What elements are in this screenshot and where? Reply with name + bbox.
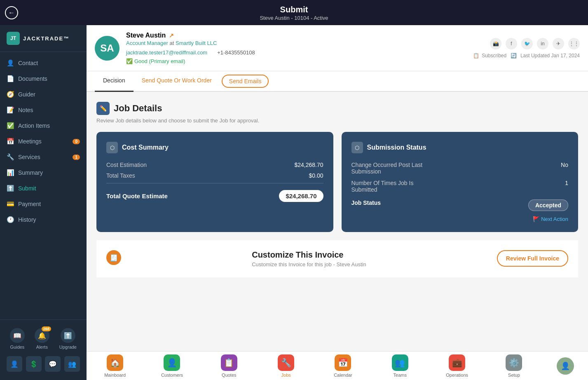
tab-send-emails[interactable]: Send Emails: [222, 75, 269, 88]
sidebar-item-documents[interactable]: 📄 Documents: [0, 71, 87, 87]
hex-icon-person[interactable]: 👤: [7, 356, 22, 372]
instagram-icon[interactable]: 📸: [490, 38, 501, 49]
contact-meta: 📋 Subscribed 🔄 Last Updated Jan 17, 2024: [473, 53, 580, 59]
operations-label: Operations: [446, 373, 468, 378]
alerts-badge: 268: [42, 326, 51, 331]
nav-customers[interactable]: 👤 Customers: [157, 354, 186, 378]
section-title: Job Details: [114, 103, 162, 114]
redirect-icon[interactable]: ↗: [169, 32, 174, 39]
sidebar-item-payment[interactable]: 💳 Payment: [0, 196, 87, 212]
sidebar-hex-icons: 👤 💲 💬 👥: [0, 353, 87, 375]
meetings-badge: 0: [73, 139, 80, 144]
next-action-link[interactable]: 🚩 Next Action: [351, 216, 569, 222]
logo-icon: JT: [7, 32, 20, 45]
sidebar-label-guider: Guider: [18, 91, 35, 98]
section-subtitle: Review Job details below and choose to s…: [96, 117, 578, 124]
hex-icon-group[interactable]: 👥: [64, 356, 80, 372]
alerts-button[interactable]: 🔔 268 Alerts: [35, 328, 49, 350]
hex-icon-dollar[interactable]: 💲: [26, 356, 42, 372]
sidebar-item-services[interactable]: 🔧 Services 1: [0, 149, 87, 165]
setup-icon: ⚙️: [506, 354, 522, 371]
cards-grid: ⬡ Cost Summary Cost Estimation $24,268.7…: [96, 132, 578, 232]
meetings-icon: 📅: [7, 138, 14, 145]
notes-icon: 📝: [7, 106, 14, 114]
sidebar-label-meetings: Meetings: [18, 138, 42, 145]
sidebar-item-summary[interactable]: 📊 Summary: [0, 165, 87, 181]
sidebar-item-notes[interactable]: 📝 Notes: [0, 102, 87, 118]
sidebar-label-summary: Summary: [18, 169, 43, 176]
sidebar-item-guider[interactable]: 🧭 Guider: [0, 87, 87, 102]
submission-status-card: ⬡ Submission Status Change Occurred Post…: [342, 132, 579, 232]
page-subtitle: Steve Austin - 10104 - Active: [4, 15, 584, 21]
contact-phone: +1-8435550108: [217, 49, 255, 56]
sidebar-logo: JT JACKTRADE™: [0, 25, 87, 52]
profile-avatar[interactable]: 👤: [557, 357, 574, 375]
sidebar-label-submit: Submit: [18, 185, 36, 192]
times-value: 1: [565, 180, 568, 186]
nav-mainboard[interactable]: 🏠 Mainboard: [101, 354, 129, 378]
guider-icon: 🧭: [7, 91, 14, 98]
action-items-icon: ✅: [7, 122, 14, 129]
sidebar-item-submit[interactable]: ⬆️ Submit: [0, 181, 87, 196]
sidebar-item-action-items[interactable]: ✅ Action Items: [0, 118, 87, 134]
sidebar-label-notes: Notes: [18, 107, 33, 113]
sidebar-label-action-items: Action Items: [18, 122, 50, 129]
job-status-row: Job Status Accepted: [351, 199, 569, 211]
customers-icon: 👤: [164, 354, 180, 371]
quotes-label: Quotes: [222, 373, 236, 378]
sidebar-item-history[interactable]: 🕐 History: [0, 212, 87, 228]
calendar-icon: 📅: [335, 354, 351, 371]
total-taxes-label: Total Taxes: [106, 172, 135, 179]
bottom-nav: 🏠 Mainboard 👤 Customers 📋 Quotes 🔧 Jobs …: [87, 351, 588, 380]
total-quote-label: Total Quote Estimate: [106, 192, 168, 199]
setup-label: Setup: [508, 373, 520, 378]
job-details-icon: ✏️: [96, 102, 110, 115]
linkedin-icon[interactable]: in: [537, 38, 548, 49]
sidebar-bottom-icons: 📖 Guides 🔔 268 Alerts ⬆️ Upgrade: [0, 325, 87, 353]
contact-name: Steve Austin ↗: [126, 32, 466, 39]
facebook-icon[interactable]: f: [506, 38, 517, 49]
upgrade-button[interactable]: ⬆️ Upgrade: [59, 328, 77, 350]
change-row: Change Occurred Post Last Submission No: [351, 162, 569, 175]
services-icon: 🔧: [7, 153, 14, 161]
sidebar: JT JACKTRADE™ 👤 Contact 📄 Documents 🧭 Gu…: [0, 25, 87, 380]
tab-send-quote[interactable]: Send Quote Or Work Order: [134, 71, 220, 91]
twitter-icon[interactable]: 🐦: [521, 38, 533, 49]
telegram-icon[interactable]: ✈: [553, 38, 564, 49]
nav-setup[interactable]: ⚙️ Setup: [499, 354, 528, 378]
history-icon: 🕐: [7, 216, 14, 223]
quotes-icon: 📋: [221, 354, 237, 371]
services-badge: 1: [73, 155, 80, 160]
cost-hex-icon: ⬡: [106, 142, 118, 153]
sidebar-item-meetings[interactable]: 📅 Meetings 0: [0, 134, 87, 149]
hex-icon-chat[interactable]: 💬: [45, 356, 61, 372]
grid-icon[interactable]: ⋮⋮: [568, 38, 580, 49]
total-quote-value: $24,268.70: [279, 190, 323, 202]
upgrade-label: Upgrade: [59, 345, 77, 350]
summary-icon: 📊: [7, 169, 14, 176]
section-header: ✏️ Job Details: [96, 102, 578, 115]
sidebar-label-history: History: [18, 216, 36, 223]
tab-decision[interactable]: Decision: [95, 71, 134, 91]
contact-header: SA Steve Austin ↗ Account Manager at Sma…: [87, 25, 588, 71]
change-label: Change Occurred Post Last Submission: [351, 162, 426, 175]
nav-teams[interactable]: 👥 Teams: [386, 354, 415, 378]
cost-summary-header: ⬡ Cost Summary: [106, 142, 323, 153]
invoice-icon: 🧾: [106, 250, 121, 265]
nav-quotes[interactable]: 📋 Quotes: [215, 354, 244, 378]
review-invoice-button[interactable]: Review Full Invoice: [497, 250, 568, 267]
change-value: No: [561, 162, 568, 168]
guides-button[interactable]: 📖 Guides: [10, 328, 25, 350]
times-label: Number Of Times Job Is Submitted: [351, 180, 426, 193]
back-button[interactable]: ←: [5, 6, 18, 19]
invoice-text: Customize This Invoice Customize this In…: [252, 250, 366, 267]
nav-calendar[interactable]: 📅 Calendar: [328, 354, 357, 378]
sidebar-label-payment: Payment: [18, 201, 41, 207]
nav-operations[interactable]: 💼 Operations: [443, 354, 471, 378]
nav-jobs[interactable]: 🔧 Jobs: [272, 354, 300, 378]
contact-email[interactable]: jacktrade.tester17@rediffmail.com: [126, 49, 207, 56]
invoice-title: Customize This Invoice: [252, 250, 366, 260]
sidebar-item-contact[interactable]: 👤 Contact: [0, 55, 87, 71]
contact-icon: 👤: [7, 59, 14, 67]
contact-info: Steve Austin ↗ Account Manager at Smartl…: [126, 32, 466, 64]
